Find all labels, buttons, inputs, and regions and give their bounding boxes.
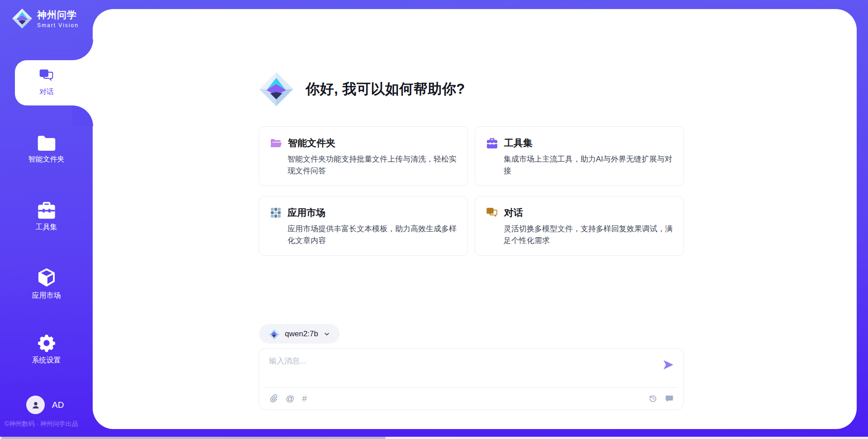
brand: 神州问学 Smart Vision: [12, 8, 79, 29]
app-root: 神州问学 Smart Vision 对话: [0, 0, 868, 439]
card-description: 灵活切换多模型文件，支持多样回复效果调试，满足个性化需求: [504, 223, 673, 246]
sidebar-item-settings[interactable]: 系统设置: [0, 334, 93, 365]
card-title: 智能文件夹: [288, 137, 335, 149]
sidebar-item-label: 智能文件夹: [0, 155, 93, 164]
chat-icon: [15, 69, 78, 84]
grid-icon: [270, 207, 282, 219]
chevron-down-icon: [323, 330, 330, 338]
diamond-logo-icon: [268, 328, 280, 340]
card-title: 工具集: [504, 137, 533, 149]
horizontal-scrollbar[interactable]: [0, 437, 868, 439]
sidebar-item-label: 应用市场: [0, 291, 93, 301]
card-chat[interactable]: 对话 灵活切换多模型文件，支持多样回复效果调试，满足个性化需求: [475, 196, 684, 256]
sidebar-active-notch-bottom: [72, 105, 93, 126]
message-composer: 输入消息... @ #: [259, 348, 684, 410]
toolbox-icon: [486, 138, 498, 149]
sidebar-footer: ©神州数码 · 神州问学出品: [5, 420, 95, 428]
feature-cards: 智能文件夹 智能文件夹功能支持批量文件上传与清洗，轻松实现文件问答 工具集 集成…: [259, 126, 684, 256]
history-icon[interactable]: [649, 394, 657, 403]
card-title: 应用市场: [288, 206, 326, 219]
avatar: [26, 396, 45, 414]
chat-icon: [486, 207, 498, 218]
model-selector[interactable]: qwen2:7b: [259, 324, 340, 344]
sidebar-item-label: 对话: [15, 87, 78, 97]
sidebar-item-tools[interactable]: 工具集: [0, 201, 93, 232]
card-smart-folder[interactable]: 智能文件夹 智能文件夹功能支持批量文件上传与清洗，轻松实现文件问答: [259, 126, 468, 186]
composer-divider: [265, 387, 677, 388]
card-description: 智能文件夹功能支持批量文件上传与清洗，轻松实现文件问答: [288, 153, 457, 177]
folder-icon: [37, 139, 57, 147]
sidebar-item-market[interactable]: 应用市场: [0, 267, 93, 301]
card-description: 应用市场提供丰富长文本模板，助力高效生成多样化文章内容: [288, 223, 457, 246]
model-name: qwen2:7b: [285, 329, 318, 339]
message-input[interactable]: 输入消息...: [269, 356, 306, 366]
folder-open-icon: [270, 138, 282, 148]
greeting: 你好, 我可以如何帮助你?: [259, 72, 465, 107]
paperclip-icon[interactable]: [269, 393, 278, 403]
chat-bubble-icon[interactable]: [665, 395, 674, 403]
card-title: 对话: [504, 206, 523, 219]
sidebar-active-notch-top: [72, 39, 93, 60]
user-initials: AD: [52, 400, 64, 410]
mention-icon[interactable]: @: [286, 394, 294, 403]
card-app-market[interactable]: 应用市场 应用市场提供丰富长文本模板，助力高效生成多样化文章内容: [259, 196, 468, 256]
greeting-text: 你好, 我可以如何帮助你?: [306, 80, 465, 99]
card-toolset[interactable]: 工具集 集成市场上主流工具，助力AI与外界无缝扩展与对接: [475, 126, 684, 186]
scrollbar-thumb[interactable]: [1, 437, 386, 439]
user-profile[interactable]: AD: [26, 396, 64, 414]
person-icon: [30, 400, 41, 410]
brand-subtitle: Smart Vision: [37, 22, 79, 29]
send-icon: [662, 359, 675, 370]
send-button[interactable]: [662, 359, 675, 370]
brand-logo-icon: [12, 8, 33, 29]
toolbox-icon: [37, 206, 57, 214]
sidebar-item-chat[interactable]: 对话: [15, 60, 97, 105]
gear-icon: [37, 339, 56, 346]
sidebar-item-label: 工具集: [0, 223, 93, 232]
assistant-logo-icon: [259, 72, 294, 107]
card-description: 集成市场上主流工具，助力AI与外界无缝扩展与对接: [504, 153, 673, 177]
brand-name: 神州问学: [37, 9, 79, 21]
sidebar-item-label: 系统设置: [0, 356, 93, 365]
topic-icon[interactable]: #: [302, 394, 307, 403]
sidebar-item-folders[interactable]: 智能文件夹: [0, 135, 93, 164]
cube-icon: [36, 273, 57, 281]
